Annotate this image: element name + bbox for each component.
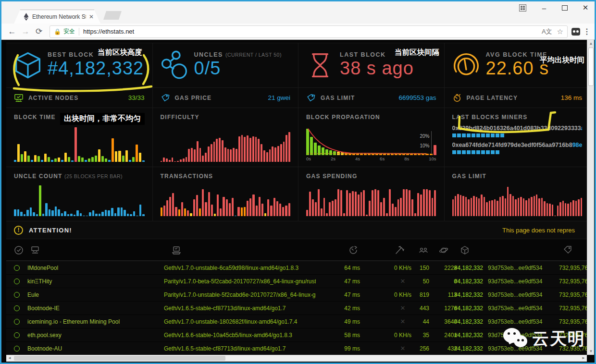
- bar: [223, 197, 224, 216]
- bar: [520, 197, 522, 216]
- table-row: IMdonePoolGeth/v1.7.0-unstable-6ca59d98/…: [6, 261, 590, 275]
- url-text[interactable]: https://ethstats.net: [83, 28, 542, 35]
- maximize-button[interactable]: [562, 5, 568, 11]
- bar: [133, 211, 136, 216]
- node-last-block: #4,182,332: [449, 315, 483, 328]
- bar: [411, 199, 413, 216]
- bar: [220, 208, 222, 216]
- bar: [224, 147, 226, 162]
- close-button[interactable]: ✕: [580, 3, 591, 12]
- node-block-hash: 93d753eb...ee9df534: [488, 275, 558, 288]
- block-propagation-chart: [306, 127, 436, 155]
- node-client: Geth/v1.6.5-stable-cf87713d/linux-amd64/…: [164, 302, 316, 315]
- bar: [114, 213, 117, 216]
- bar: [187, 210, 189, 216]
- bar: [491, 200, 493, 216]
- miner-address[interactable]: 0x829bd824b016326a401d083b33d092293333a8: [452, 125, 583, 132]
- bar: [280, 144, 282, 162]
- annotation-avg-block-time: 平均出块时间: [540, 55, 584, 65]
- bar: [101, 212, 104, 216]
- bar: [565, 203, 566, 216]
- bar: [570, 202, 571, 216]
- horizontal-scrollbar[interactable]: ◄ ►: [6, 355, 587, 362]
- bar: [406, 189, 408, 216]
- bar: [17, 209, 20, 216]
- node-status-icon: [14, 305, 20, 311]
- peers-column-icon: [419, 245, 428, 255]
- gas-limit-chart-title: GAS LIMIT: [452, 173, 583, 180]
- bar: [214, 214, 216, 216]
- bar: [202, 189, 204, 216]
- bar: [325, 149, 328, 155]
- reload-button[interactable]: ⟳: [32, 26, 46, 36]
- uncle-count-panel: UNCLE COUNT (25 BLOCKS PER BAR): [6, 167, 152, 221]
- watermark: 云天明: [503, 328, 585, 350]
- bar: [232, 198, 234, 216]
- scroll-left-arrow[interactable]: ◄: [6, 355, 13, 362]
- extension-icon[interactable]: [571, 28, 580, 36]
- minimize-button[interactable]: –: [539, 4, 549, 12]
- bar: [559, 202, 561, 216]
- bar: [51, 160, 53, 162]
- bar: [536, 194, 537, 216]
- miner-address[interactable]: 0xea674fdde714fd979de3edf0f56aa9716b898e: [452, 142, 583, 148]
- stopwatch-icon: [452, 94, 462, 102]
- axis-tick: 8s: [404, 156, 409, 161]
- tab-close-icon[interactable]: ✕: [89, 13, 94, 20]
- bar: [117, 207, 120, 216]
- bar: [58, 209, 60, 216]
- bar: [166, 158, 168, 162]
- node-last-block: #4,182,332: [449, 288, 483, 302]
- bar: [349, 193, 351, 216]
- translate-icon[interactable]: A文: [542, 27, 552, 36]
- bar: [418, 154, 421, 155]
- scroll-up-arrow[interactable]: ▲: [587, 40, 595, 47]
- bar: [323, 198, 325, 216]
- bar: [494, 199, 496, 216]
- bar: [247, 135, 248, 162]
- difficulty-chart: [161, 127, 291, 162]
- address-bar[interactable]: 🔒 安全 https://ethstats.net A文 ☆: [50, 25, 568, 38]
- ime-indicator-icon[interactable]: [519, 4, 526, 12]
- miner-entry: 0xea674fdde714fd979de3edf0f56aa9716b898e: [452, 142, 583, 154]
- bar: [136, 216, 138, 216]
- bar: [395, 154, 397, 155]
- bar: [41, 160, 43, 162]
- tab-stub[interactable]: [103, 11, 122, 20]
- bar: [24, 214, 26, 216]
- bar: [554, 216, 556, 216]
- nodes-table: IMdonePoolGeth/v1.7.0-unstable-6ca59d98/…: [6, 261, 590, 355]
- bar: [567, 204, 569, 216]
- table-row: Bootnode-IEGeth/v1.6.5-stable-cf87713d/l…: [6, 302, 590, 315]
- scroll-right-arrow[interactable]: ►: [580, 355, 587, 362]
- bar: [538, 198, 540, 216]
- bar: [575, 201, 577, 216]
- bar: [360, 154, 363, 155]
- bar: [515, 199, 516, 216]
- vertical-scroll-thumb[interactable]: [588, 48, 594, 86]
- forward-button[interactable]: →: [19, 27, 32, 36]
- back-button[interactable]: ←: [5, 27, 19, 36]
- browser-tab[interactable]: Ethereum Network Sta ✕: [14, 10, 100, 24]
- bar: [30, 207, 32, 216]
- bar: [244, 207, 246, 216]
- bar: [335, 199, 336, 216]
- bookmark-star-icon[interactable]: ☆: [557, 27, 563, 36]
- active-nodes-value: 33/33: [128, 94, 145, 101]
- browser-menu-icon[interactable]: ⋮: [583, 27, 591, 36]
- bar: [124, 210, 126, 216]
- bar: [465, 197, 467, 216]
- vertical-scrollbar[interactable]: ▲ ▼: [587, 40, 594, 355]
- table-row: eth.pool.sexyGeth/v1.6.6-stable-10a45cb5…: [6, 328, 590, 342]
- bar: [95, 156, 97, 162]
- node-last-block: #4,182,332: [449, 302, 483, 315]
- bar: [193, 199, 195, 216]
- bar: [64, 153, 67, 162]
- scroll-down-arrow[interactable]: ▼: [587, 348, 595, 355]
- bar: [45, 203, 48, 216]
- bar: [111, 208, 113, 216]
- bar: [238, 136, 240, 162]
- bar: [229, 203, 231, 216]
- horizontal-scroll-thumb[interactable]: [14, 356, 225, 361]
- attention-bar: ! ATTENTION! This page does not repres: [6, 221, 590, 239]
